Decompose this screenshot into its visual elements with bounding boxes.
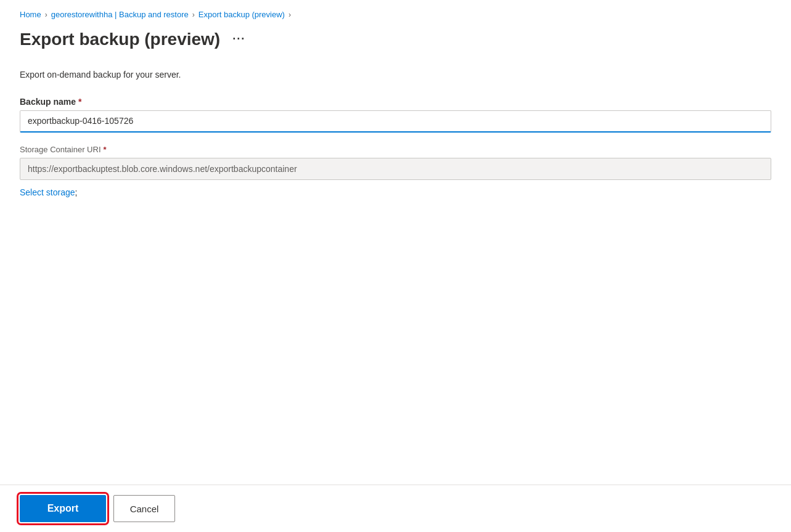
select-storage-suffix: ; [75, 187, 78, 197]
more-options-button[interactable]: ··· [227, 30, 250, 48]
select-storage-link[interactable]: Select storage [20, 187, 75, 197]
cancel-button[interactable]: Cancel [113, 495, 175, 522]
breadcrumb-separator-1: › [45, 10, 47, 19]
page-title: Export backup (preview) [20, 29, 220, 50]
backup-name-input[interactable] [20, 110, 771, 133]
select-storage-container: Select storage; [20, 184, 771, 197]
breadcrumb-separator-2: › [192, 10, 195, 19]
breadcrumb-current: Export backup (preview) [199, 10, 285, 19]
storage-container-uri-label: Storage Container URI * [20, 145, 771, 154]
breadcrumb-separator-3: › [289, 10, 291, 19]
action-bar: Export Cancel [0, 485, 791, 532]
breadcrumb-resource[interactable]: georestorewithha | Backup and restore [51, 10, 189, 19]
breadcrumb-home[interactable]: Home [20, 10, 41, 19]
backup-name-label: Backup name * [20, 97, 771, 107]
storage-container-uri-group: Storage Container URI * https://exportba… [20, 145, 771, 197]
breadcrumb: Home › georestorewithha | Backup and res… [20, 10, 771, 19]
backup-name-group: Backup name * [20, 97, 771, 133]
page-header: Export backup (preview) ··· [20, 29, 771, 50]
storage-uri-required-star: * [104, 145, 107, 154]
backup-name-required-star: * [78, 97, 81, 107]
storage-container-uri-input: https://exportbackuptest.blob.core.windo… [20, 158, 771, 180]
page-description: Export on-demand backup for your server. [20, 70, 771, 80]
export-button[interactable]: Export [20, 495, 106, 522]
export-form: Backup name * Storage Container URI * ht… [20, 97, 771, 210]
